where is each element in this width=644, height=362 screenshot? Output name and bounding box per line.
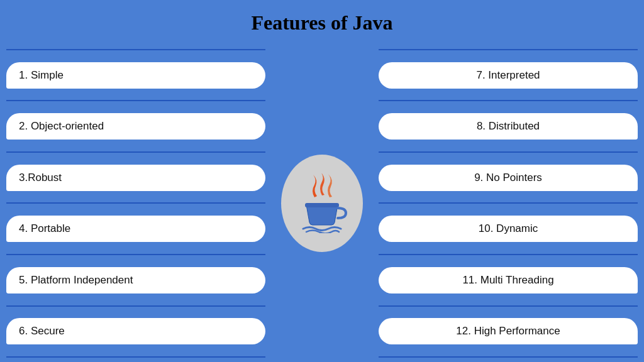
content-area: 1. Simple 2. Object-oriented 3.Robust 4.…: [0, 45, 644, 362]
list-item: 12. High Performance: [379, 315, 638, 348]
list-item: 4. Portable: [6, 212, 265, 245]
list-item: 10. Dynamic: [379, 212, 638, 245]
divider-1: [6, 100, 265, 101]
page-title: Features of Java: [251, 11, 392, 35]
feature-pill-9: 9. No Pointers: [379, 165, 638, 191]
feature-pill-1: 1. Simple: [6, 62, 265, 89]
center-logo: [272, 45, 372, 362]
divider-r5: [379, 305, 638, 307]
feature-pill-3: 3.Robust: [6, 165, 265, 191]
divider-top-right: [379, 49, 638, 50]
feature-pill-4: 4. Portable: [6, 216, 265, 242]
divider-r1: [379, 100, 638, 101]
divider-5: [6, 305, 265, 307]
divider-bottom-right: [379, 356, 638, 358]
left-column: 1. Simple 2. Object-oriented 3.Robust 4.…: [6, 45, 272, 362]
feature-pill-7: 7. Interpreted: [379, 62, 638, 89]
list-item: 11. Multi Threading: [379, 264, 638, 297]
feature-pill-10: 10. Dynamic: [379, 216, 638, 242]
list-item: 9. No Pointers: [379, 162, 638, 194]
feature-pill-2: 2. Object-oriented: [6, 113, 265, 140]
feature-pill-6: 6. Secure: [6, 318, 265, 344]
divider-2: [6, 151, 265, 153]
java-logo-svg: [297, 173, 347, 233]
right-column: 7. Interpreted 8. Distributed 9. No Poin…: [372, 45, 638, 362]
divider-r4: [379, 254, 638, 255]
divider-r2: [379, 151, 638, 153]
list-item: 5. Platform Independent: [6, 264, 265, 297]
java-logo-oval: [281, 155, 363, 252]
divider-top-left: [6, 49, 265, 50]
feature-pill-5: 5. Platform Independent: [6, 267, 265, 293]
feature-pill-8: 8. Distributed: [379, 113, 638, 140]
feature-pill-11: 11. Multi Threading: [379, 267, 638, 293]
list-item: 8. Distributed: [379, 110, 638, 143]
feature-pill-12: 12. High Performance: [379, 318, 638, 344]
list-item: 6. Secure: [6, 315, 265, 348]
divider-3: [6, 202, 265, 204]
list-item: 2. Object-oriented: [6, 110, 265, 143]
list-item: 7. Interpreted: [379, 59, 638, 92]
divider-r3: [379, 202, 638, 204]
divider-bottom-left: [6, 356, 265, 358]
svg-rect-0: [305, 203, 339, 207]
list-item: 3.Robust: [6, 162, 265, 194]
divider-4: [6, 254, 265, 255]
page-container: Features of Java 1. Simple 2. Object-ori…: [0, 0, 644, 362]
list-item: 1. Simple: [6, 59, 265, 92]
